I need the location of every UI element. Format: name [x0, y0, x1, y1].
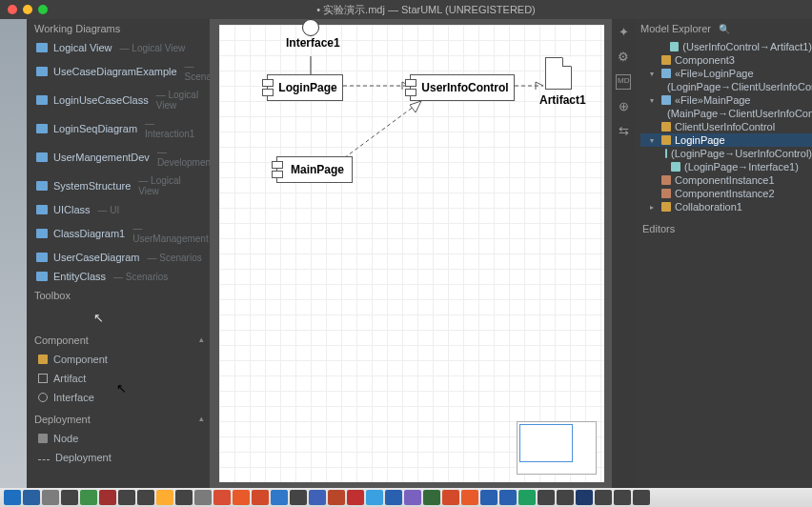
taskbar-app-icon[interactable] [42, 490, 59, 505]
working-diagram-item[interactable]: UIClass— UI [27, 200, 210, 219]
model-explorer-header: Model Explorer [635, 19, 812, 38]
taskbar-app-icon[interactable] [213, 490, 231, 505]
uml-artifact[interactable] [545, 57, 572, 90]
uml-interface-label: Interface1 [286, 36, 340, 50]
tree-item[interactable]: (LoginPage→UserInfoControl) [640, 147, 812, 160]
working-diagram-item[interactable]: UserMangementDev— Development [27, 143, 210, 172]
uml-component-userinfocontrol[interactable]: UserInfoControl [410, 74, 515, 101]
taskbar-app-icon[interactable] [366, 490, 383, 505]
working-diagram-item[interactable]: UserCaseDiagram— Scenarios [27, 248, 210, 267]
window-title: • 实验演示.mdj — StarUML (UNREGISTERED) [48, 3, 804, 17]
taskbar-app-icon[interactable] [99, 490, 116, 505]
diagram-sublabel: — Logical View [138, 175, 202, 196]
working-diagram-item[interactable]: Logical View— Logical View [27, 38, 210, 57]
taskbar-app-icon[interactable] [347, 490, 364, 505]
toolbox-item-node[interactable]: Node [27, 429, 210, 448]
uml-component-mainpage[interactable]: MainPage [276, 156, 353, 183]
tree-item[interactable]: Component3 [640, 53, 812, 67]
taskbar-app-icon[interactable] [23, 490, 40, 505]
minimap-viewport[interactable] [519, 424, 573, 462]
extensions-icon[interactable]: ✦ [616, 25, 631, 40]
taskbar-app-icon[interactable] [4, 490, 21, 505]
tree-item[interactable]: ClientUserInfoControl [640, 120, 812, 133]
taskbar-app-icon[interactable] [499, 490, 517, 505]
toolbox-pointer-row[interactable]: ↖ [27, 305, 210, 331]
taskbar-app-icon[interactable] [309, 490, 326, 505]
diagram-label: UseCaseDiagramExample [53, 66, 177, 77]
working-diagram-item[interactable]: LoginSeqDiagram— Interaction1 [27, 114, 210, 143]
diagram-canvas[interactable]: Interface1 LoginPage UserInfoControl Mai… [219, 25, 604, 482]
tree-item[interactable]: (MainPage→ClientUserInfoContr [640, 107, 812, 120]
working-diagram-item[interactable]: UseCaseDiagramExample— Scenari [27, 57, 210, 86]
toolbox-item-label: Deployment [55, 452, 112, 463]
uml-component-label: MainPage [291, 163, 344, 176]
toolbox-item-interface[interactable]: Interface [27, 388, 210, 407]
uml-interface-circle[interactable] [302, 19, 319, 36]
toolbox-deployment-list: NodeDeployment [27, 429, 210, 489]
taskbar-app-icon[interactable] [271, 490, 288, 505]
taskbar-app-icon[interactable] [423, 490, 440, 505]
toolbox-item-artifact[interactable]: Artifact [27, 369, 210, 388]
toolbox-deployment-header[interactable]: Deployment [27, 410, 210, 429]
working-diagram-item[interactable]: EntityClass— Scenarios [27, 267, 210, 286]
taskbar-app-icon[interactable] [194, 490, 212, 505]
taskbar-app-icon[interactable] [576, 490, 593, 505]
taskbar-app-icon[interactable] [252, 490, 269, 505]
tree-item[interactable]: ▾«File»MainPage [640, 93, 812, 107]
taskbar-app-icon[interactable] [137, 490, 154, 505]
tree-item[interactable]: (LoginPage→Interface1) [640, 160, 812, 173]
working-diagram-item[interactable]: ClassDiagram1— UserManagement [27, 219, 210, 248]
tree-item[interactable]: ▾LoginPage [640, 133, 812, 147]
taskbar-app-icon[interactable] [61, 490, 78, 505]
taskbar-app-icon[interactable] [518, 490, 536, 505]
maximize-icon[interactable] [38, 5, 48, 14]
taskbar-app-icon[interactable] [80, 490, 97, 505]
taskbar-app-icon[interactable] [385, 490, 402, 505]
tree-item-label: ClientUserInfoControl [675, 121, 775, 132]
toolbox-component-list: ComponentArtifactInterfaceFrameDependenc… [27, 350, 210, 410]
toolbox-item-component[interactable]: Component [27, 350, 210, 369]
taskbar-app-icon[interactable] [442, 490, 459, 505]
taskbar-app-icon[interactable] [290, 490, 307, 505]
tree-item[interactable]: ▾«File»LoginPage [640, 67, 812, 80]
taskbar-app-icon[interactable] [538, 490, 555, 505]
share-icon[interactable]: ⇆ [616, 124, 631, 139]
minimap[interactable] [517, 421, 597, 475]
tree-item-label: (MainPage→ClientUserInfoContr [667, 108, 812, 119]
toolbox-item-label: Interface [53, 392, 94, 403]
toolbox-header[interactable]: Toolbox [27, 286, 210, 305]
tree-item[interactable]: (UserInfoControl→Artifact1) [640, 40, 812, 53]
settings-icon[interactable]: ⚙ [616, 50, 631, 65]
taskbar-app-icon[interactable] [595, 490, 612, 505]
taskbar-app-icon[interactable] [175, 490, 193, 505]
close-icon[interactable] [8, 5, 17, 14]
model-explorer-search[interactable] [719, 23, 806, 34]
tree-item[interactable]: ComponentInstance2 [640, 187, 812, 200]
taskbar-app-icon[interactable] [233, 490, 250, 505]
tree-item[interactable]: ▸Collaboration1 [640, 200, 812, 213]
tree-item[interactable]: (LoginPage→ClientUserInfoCont [640, 80, 812, 93]
editors-header[interactable]: Editors [635, 219, 812, 238]
diagram-sublabel: — Development [157, 147, 213, 168]
tree-item[interactable]: ComponentInstance1 [640, 173, 812, 187]
working-diagram-item[interactable]: LoginUseCaseClass— Logical View [27, 86, 210, 114]
taskbar-app-icon[interactable] [404, 490, 421, 505]
toolbox-component-header[interactable]: Component [27, 331, 210, 350]
working-diagram-item[interactable]: SystemStructure— Logical View [27, 172, 210, 200]
taskbar-app-icon[interactable] [118, 490, 135, 505]
taskbar-app-icon[interactable] [614, 490, 631, 505]
target-icon[interactable]: ⊕ [616, 99, 631, 114]
taskbar-app-icon[interactable] [557, 490, 574, 505]
working-diagrams-header[interactable]: Working Diagrams [27, 19, 210, 38]
taskbar-app-icon[interactable] [461, 490, 478, 505]
taskbar-app-icon[interactable] [328, 490, 345, 505]
minimize-icon[interactable] [23, 5, 32, 14]
canvas-area[interactable]: Interface1 LoginPage UserInfoControl Mai… [210, 19, 612, 488]
taskbar-app-icon[interactable] [480, 490, 497, 505]
taskbar-app-icon[interactable] [156, 490, 173, 505]
taskbar-app-icon[interactable] [633, 490, 650, 505]
toolbox-item-deployment[interactable]: Deployment [27, 448, 210, 467]
uml-component-loginpage[interactable]: LoginPage [267, 74, 343, 101]
markdown-icon[interactable]: MD [616, 74, 631, 90]
tree-item-label: «File»LoginPage [675, 68, 754, 79]
